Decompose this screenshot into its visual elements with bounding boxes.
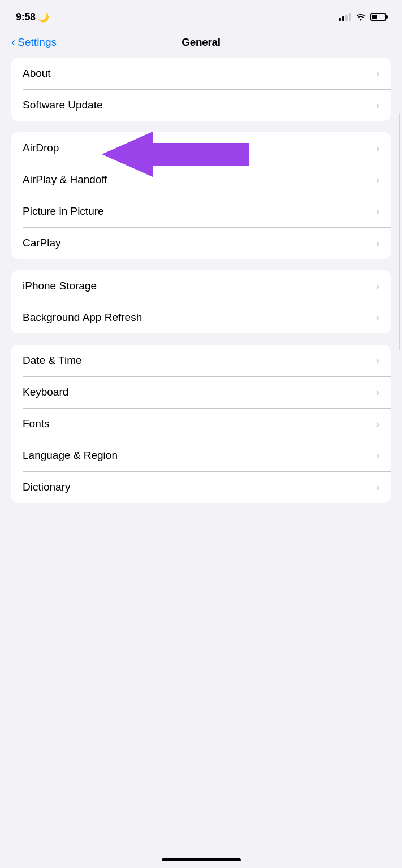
date-time-label: Date & Time: [23, 354, 82, 367]
settings-row-iphone-storage[interactable]: iPhone Storage ›: [11, 270, 391, 302]
home-indicator: [162, 858, 241, 861]
about-label: About: [23, 67, 51, 80]
settings-row-software-update[interactable]: Software Update ›: [11, 89, 391, 121]
airplay-handoff-label: AirPlay & Handoff: [23, 173, 107, 186]
settings-row-language-region[interactable]: Language & Region ›: [11, 440, 391, 471]
iphone-storage-label: iPhone Storage: [23, 280, 97, 292]
dictionary-chevron-icon: ›: [376, 482, 379, 492]
signal-icon: [339, 13, 351, 21]
background-app-refresh-chevron-icon: ›: [376, 313, 379, 323]
carplay-label: CarPlay: [23, 237, 61, 249]
wifi-icon: [356, 13, 366, 21]
settings-row-date-time[interactable]: Date & Time ›: [11, 345, 391, 376]
language-region-label: Language & Region: [23, 449, 118, 462]
settings-row-keyboard[interactable]: Keyboard ›: [11, 376, 391, 408]
battery-icon: [370, 13, 386, 21]
settings-row-airdrop[interactable]: AirDrop ›: [11, 132, 391, 164]
software-update-label: Software Update: [23, 99, 103, 111]
keyboard-label: Keyboard: [23, 386, 68, 398]
settings-group-2: AirDrop › AirPlay & Handoff › Picture in…: [11, 132, 391, 259]
status-icons: [339, 13, 386, 21]
fonts-chevron-icon: ›: [376, 419, 379, 429]
nav-header: ‹ Settings General: [0, 31, 402, 58]
settings-row-fonts[interactable]: Fonts ›: [11, 408, 391, 440]
software-update-chevron-icon: ›: [376, 100, 379, 110]
airplay-handoff-chevron-icon: ›: [376, 175, 379, 185]
moon-icon: 🌙: [38, 12, 49, 22]
keyboard-chevron-icon: ›: [376, 387, 379, 397]
picture-in-picture-chevron-icon: ›: [376, 206, 379, 216]
status-bar: 9:58🌙: [0, 0, 402, 31]
airdrop-label: AirDrop: [23, 142, 59, 154]
back-button[interactable]: ‹ Settings: [11, 36, 57, 49]
settings-row-dictionary[interactable]: Dictionary ›: [11, 471, 391, 503]
dictionary-label: Dictionary: [23, 481, 70, 493]
iphone-storage-chevron-icon: ›: [376, 281, 379, 291]
back-label: Settings: [18, 36, 57, 49]
airdrop-chevron-icon: ›: [376, 143, 379, 153]
page-title: General: [181, 36, 221, 49]
settings-group-4: Date & Time › Keyboard › Fonts › Languag…: [11, 345, 391, 503]
settings-row-background-app-refresh[interactable]: Background App Refresh ›: [11, 302, 391, 333]
language-region-chevron-icon: ›: [376, 450, 379, 461]
scroll-indicator: [399, 113, 400, 350]
date-time-chevron-icon: ›: [376, 355, 379, 366]
settings-row-airplay-handoff[interactable]: AirPlay & Handoff ›: [11, 164, 391, 196]
settings-group-1: About › Software Update ›: [11, 58, 391, 121]
settings-row-picture-in-picture[interactable]: Picture in Picture ›: [11, 196, 391, 227]
fonts-label: Fonts: [23, 418, 50, 430]
settings-group-3: iPhone Storage › Background App Refresh …: [11, 270, 391, 333]
settings-row-carplay[interactable]: CarPlay ›: [11, 227, 391, 259]
background-app-refresh-label: Background App Refresh: [23, 311, 142, 324]
carplay-chevron-icon: ›: [376, 238, 379, 248]
about-chevron-icon: ›: [376, 68, 379, 79]
picture-in-picture-label: Picture in Picture: [23, 205, 104, 218]
status-time: 9:58🌙: [16, 11, 49, 23]
settings-row-about[interactable]: About ›: [11, 58, 391, 89]
back-chevron-icon: ‹: [11, 36, 15, 49]
